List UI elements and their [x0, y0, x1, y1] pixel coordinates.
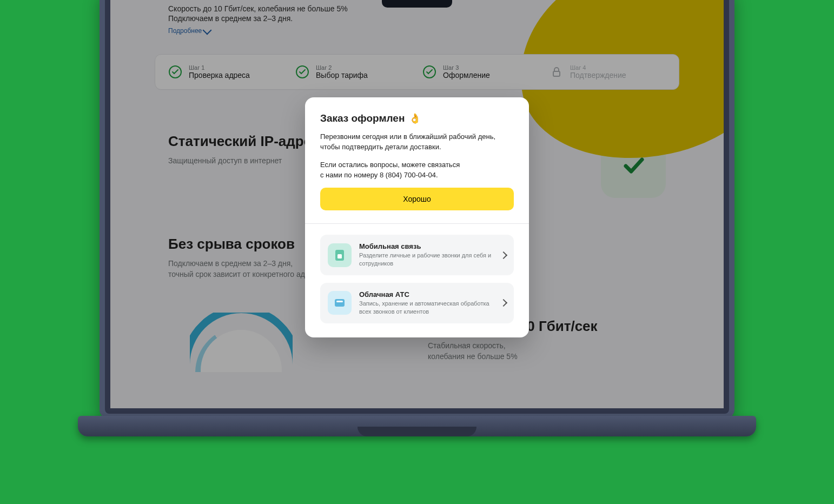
modal-paragraph-1: Перезвоним сегодня или в ближайший рабоч…: [320, 132, 514, 152]
phone-system-icon: [328, 291, 352, 315]
modal-ok-button[interactable]: Хорошо: [320, 188, 514, 210]
svg-rect-5: [337, 254, 342, 258]
recommend-ats-desc: Запись, хранение и автоматическая обрабо…: [359, 300, 493, 316]
recommend-ats[interactable]: Облачная АТС Запись, хранение и автомати…: [320, 283, 514, 323]
chevron-right-icon: [500, 251, 507, 259]
modal-paragraph-2: Если остались вопросы, можете связаться …: [320, 160, 514, 181]
ok-hand-icon: 👌: [409, 112, 421, 124]
svg-rect-6: [335, 299, 345, 307]
laptop-lip: [358, 427, 476, 436]
recommend-mobile-title: Мобильная связь: [359, 242, 493, 250]
recommend-mobile[interactable]: Мобильная связь Разделите личные и рабоч…: [320, 235, 514, 275]
chevron-right-icon: [500, 299, 507, 307]
laptop-bezel: Скорость до 10 Гбит/сек, колебания не бо…: [100, 0, 734, 419]
modal-title-text: Заказ оформлен: [320, 112, 405, 124]
laptop-mockup: Скорость до 10 Гбит/сек, колебания не бо…: [70, 0, 764, 449]
sim-card-icon: [328, 243, 352, 267]
stage: Скорость до 10 Гбит/сек, колебания не бо…: [0, 0, 834, 504]
recommend-ats-title: Облачная АТС: [359, 290, 493, 299]
svg-rect-7: [336, 301, 343, 302]
modal-title: Заказ оформлен 👌: [320, 112, 514, 124]
order-confirmed-modal: Заказ оформлен 👌 Перезвоним сегодня или …: [305, 97, 529, 337]
recommend-mobile-desc: Разделите личные и рабочие звонки для се…: [359, 251, 493, 268]
modal-divider: [305, 223, 529, 224]
recommend-mobile-body: Мобильная связь Разделите личные и рабоч…: [359, 242, 493, 268]
recommend-ats-body: Облачная АТС Запись, хранение и автомати…: [359, 290, 493, 316]
laptop-screen: Скорость до 10 Гбит/сек, колебания не бо…: [110, 0, 724, 408]
modal-overlay[interactable]: Заказ оформлен 👌 Перезвоним сегодня или …: [110, 0, 724, 408]
